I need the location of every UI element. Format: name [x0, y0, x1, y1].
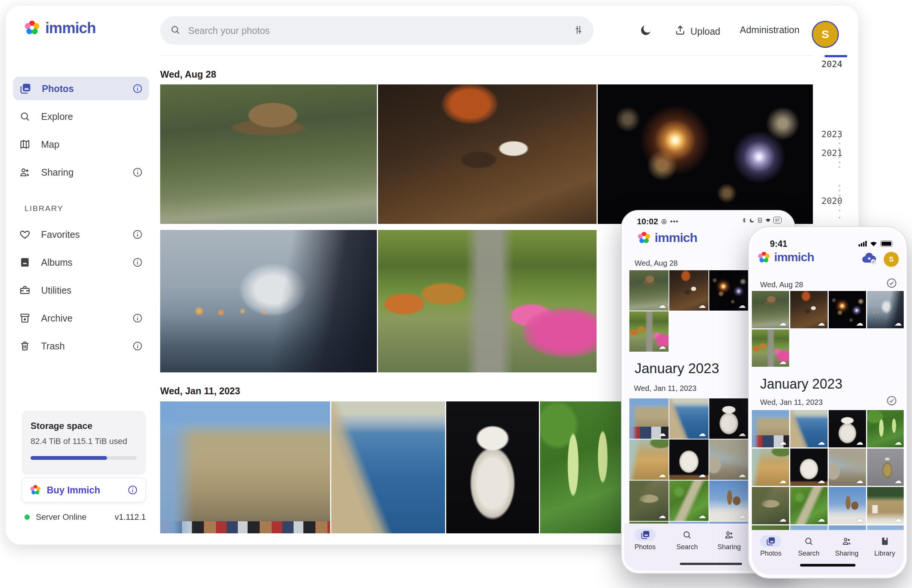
photo-bust[interactable]: ☁ [829, 410, 866, 447]
search-input[interactable] [187, 25, 567, 37]
photo-sculpture[interactable]: ☁ [669, 439, 709, 480]
photo-flowerpath[interactable]: ☁ [752, 330, 789, 367]
photo-bust[interactable] [446, 401, 539, 533]
info-icon[interactable] [132, 229, 143, 240]
photo-castle[interactable]: ☁ [752, 410, 789, 447]
photo-castlesea[interactable]: ☁ [669, 398, 709, 439]
info-icon[interactable] [132, 257, 143, 268]
photo-beach[interactable]: ☁ [630, 439, 668, 480]
photo-plant[interactable]: ☁ [867, 410, 904, 447]
photo-flowerpath[interactable] [378, 230, 597, 372]
photo-dinner[interactable]: ☁ [790, 291, 828, 328]
sidebar-item-favorites[interactable]: Favorites [13, 223, 149, 246]
photo-lizard2[interactable]: ☁ [790, 487, 828, 524]
cloud-sync-button[interactable] [861, 251, 878, 266]
photo-monkeys[interactable]: ☁ [752, 291, 789, 328]
nav-item-photos[interactable]: Photos [624, 529, 666, 571]
photo-church[interactable]: ☁ [709, 481, 749, 521]
timeline-tick [838, 147, 840, 149]
date-group-label: Wed, Jan 11, 2023 [160, 386, 240, 397]
photo-lizard1[interactable]: ☁ [752, 487, 789, 524]
photo-sculpture[interactable]: ☁ [790, 449, 828, 486]
photo-flowerpath[interactable]: ☁ [630, 311, 668, 352]
sidebar-item-photos[interactable]: Photos [13, 77, 149, 100]
photo-monkeys[interactable] [160, 84, 377, 224]
select-day-check-icon[interactable] [886, 395, 897, 406]
timeline-year-current[interactable]: 2024 [822, 59, 842, 69]
sidebar-item-explore[interactable]: Explore [13, 105, 149, 128]
photo-hands[interactable] [160, 230, 377, 372]
nav-item-photos[interactable]: Photos [752, 535, 790, 575]
storage-progress-track [31, 456, 137, 460]
storage-usage: 82.4 TiB of 115.1 TiB used [31, 436, 137, 446]
sidebar-item-albums[interactable]: Albums [13, 250, 149, 274]
photo-fireworks[interactable]: ☁ [709, 270, 749, 310]
cloud-backup-icon: ☁ [659, 471, 666, 478]
photo-church[interactable]: ☁ [829, 487, 866, 524]
immich-logo[interactable]: immich [23, 19, 96, 37]
cloud-backup-icon: ☁ [894, 515, 902, 523]
info-icon[interactable] [132, 341, 143, 351]
theme-toggle-button[interactable] [639, 24, 652, 39]
sidebar-item-sharing[interactable]: Sharing [13, 161, 149, 184]
photo-castle[interactable]: ☁ [630, 398, 668, 439]
photo-hands[interactable]: ☁ [867, 291, 904, 328]
active-nav-pill [760, 535, 781, 547]
user-avatar[interactable]: S [812, 21, 839, 48]
photo-fireworks[interactable] [598, 84, 813, 224]
photo-dinner[interactable] [378, 84, 597, 224]
sidebar-item-map[interactable]: Map [13, 132, 149, 156]
cloud-backup-icon: ☁ [817, 319, 825, 327]
nav-item-search[interactable]: Search [790, 535, 828, 575]
info-icon[interactable] [132, 313, 143, 323]
home-indicator [800, 564, 856, 567]
iphone-mockup: 9:41 immich [748, 226, 907, 578]
photo-ruins[interactable]: ☁ [709, 439, 749, 480]
sidebar-item-archive[interactable]: Archive [13, 307, 149, 330]
timeline-tick [838, 137, 840, 139]
upload-button[interactable]: Upload [675, 24, 720, 38]
buy-immich-button[interactable]: Buy Immich [21, 478, 146, 502]
search-icon [19, 111, 31, 122]
upload-label: Upload [691, 26, 720, 37]
info-icon[interactable] [132, 167, 143, 178]
cloud-backup-icon: ☁ [856, 438, 864, 446]
photo-castlesea[interactable] [331, 401, 445, 533]
month-header: January 2023 [634, 361, 719, 376]
sidebar-item-trash[interactable]: Trash [13, 334, 149, 358]
nav-item-sharing[interactable]: Sharing [828, 535, 866, 575]
photo-monkeys[interactable]: ☁ [630, 270, 668, 310]
photo-lizard1[interactable]: ☁ [630, 481, 668, 521]
nav-item-library[interactable]: Library [866, 535, 904, 575]
user-avatar[interactable]: S [884, 252, 899, 267]
sidebar-item-utilities[interactable]: Utilities [13, 279, 149, 302]
ellipsis-icon: ••• [670, 218, 678, 226]
android-status-left: 10:02 ••• [637, 217, 678, 226]
administration-label: Administration [740, 24, 799, 36]
photo-bust[interactable]: ☁ [709, 398, 749, 439]
search-filter-icon[interactable] [573, 24, 584, 37]
info-icon[interactable] [132, 83, 143, 94]
photo-alpine[interactable]: ☁ [867, 487, 904, 524]
photo-castle[interactable] [160, 401, 330, 533]
library-section-label: LIBRARY [24, 204, 64, 213]
photo-ornate[interactable]: ☁ [867, 449, 904, 486]
photo-dinner[interactable]: ☁ [669, 270, 709, 310]
photo-row [160, 230, 597, 372]
storage-progress-fill [31, 456, 107, 460]
photo-fireworks[interactable]: ☁ [829, 291, 866, 328]
info-icon[interactable] [128, 485, 138, 495]
photo-ruins[interactable]: ☁ [829, 449, 866, 486]
photo-beach[interactable]: ☁ [752, 449, 789, 486]
server-online-dot [24, 515, 30, 520]
search-icon [804, 536, 814, 546]
photo-lizard2[interactable]: ☁ [669, 481, 709, 521]
select-day-check-icon[interactable] [886, 278, 897, 289]
search-icon [170, 24, 181, 37]
search-bar[interactable] [160, 16, 594, 45]
cloud-backup-icon: ☁ [779, 438, 786, 446]
photo-plant[interactable] [540, 401, 627, 533]
photo-castlesea[interactable]: ☁ [790, 410, 828, 447]
cloud-backup-icon: ☁ [698, 512, 706, 519]
administration-link[interactable]: Administration [740, 24, 799, 36]
